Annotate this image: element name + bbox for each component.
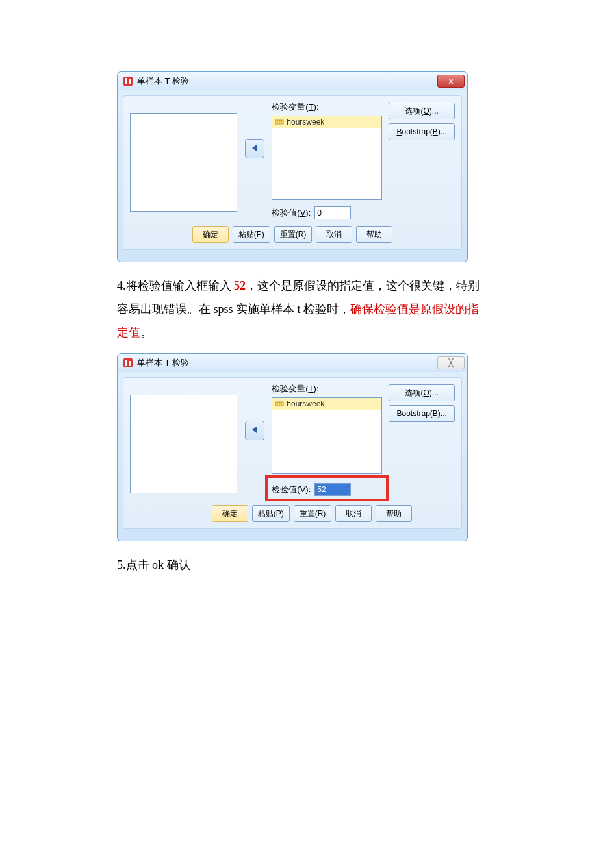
variable-name: hoursweek [287, 118, 324, 127]
one-sample-ttest-dialog-2: 单样本 T 检验 ╳ 检验变量(T): [117, 353, 468, 541]
move-variable-button[interactable] [245, 421, 264, 440]
cancel-button[interactable]: 取消 [335, 505, 372, 522]
arrow-left-icon [250, 143, 259, 155]
cancel-button[interactable]: 取消 [316, 226, 352, 243]
test-value-input[interactable] [314, 483, 351, 496]
list-item[interactable]: hoursweek [272, 116, 381, 128]
source-variable-list[interactable] [130, 113, 237, 212]
reset-button[interactable]: 重置(R) [294, 505, 332, 522]
paste-button[interactable]: 粘贴(P) [252, 505, 290, 522]
test-variables-label: 检验变量(T): [272, 383, 382, 395]
svg-rect-2 [129, 79, 131, 84]
ok-button[interactable]: 确定 [212, 505, 248, 522]
dialog-body: 检验变量(T): hoursweek 检验值(V): [123, 95, 462, 250]
one-sample-ttest-dialog-1: 单样本 T 检验 x 检验变量(T): [117, 71, 468, 262]
svg-rect-8 [123, 358, 133, 367]
test-value-label: 检验值(V): [272, 207, 311, 219]
bootstrap-button[interactable]: Bootstrap(B)... [389, 405, 455, 422]
test-value-input[interactable] [314, 206, 351, 219]
svg-rect-10 [129, 361, 131, 366]
help-button[interactable]: 帮助 [356, 226, 392, 243]
close-button[interactable]: ╳ [437, 356, 465, 369]
test-variables-label: 检验变量(T): [272, 101, 382, 113]
test-value-label: 检验值(V): [272, 484, 311, 495]
list-item[interactable]: hoursweek [272, 398, 381, 410]
source-variable-list[interactable] [130, 395, 237, 493]
options-button[interactable]: 选项(O)... [389, 384, 455, 401]
dialog-button-row: 确定 粘贴(P) 重置(R) 取消 帮助 [130, 226, 455, 243]
ruler-icon [275, 118, 284, 127]
test-variables-list[interactable]: hoursweek [272, 397, 382, 474]
dialog-title: 单样本 T 检验 [137, 357, 189, 369]
titlebar: 单样本 T 检验 ╳ [118, 354, 467, 372]
titlebar: 单样本 T 检验 x [118, 72, 467, 90]
dialog-body: 检验变量(T): hoursweek 检验值(V): [123, 377, 462, 529]
ruler-icon [275, 399, 284, 408]
spss-app-icon [123, 358, 133, 368]
dialog-button-row: 确定 粘贴(P) 重置(R) 取消 帮助 [169, 505, 455, 522]
test-variables-list[interactable]: hoursweek [272, 116, 382, 200]
close-glyph: x [449, 77, 454, 86]
bootstrap-button[interactable]: Bootstrap(B)... [389, 123, 455, 140]
dialog-title: 单样本 T 检验 [137, 75, 189, 87]
svg-rect-9 [125, 360, 127, 366]
svg-rect-0 [123, 77, 133, 86]
paste-button[interactable]: 粘贴(P) [233, 226, 270, 243]
close-glyph: ╳ [448, 358, 454, 367]
ok-button[interactable]: 确定 [192, 226, 229, 243]
options-button[interactable]: 选项(O)... [389, 103, 455, 119]
svg-marker-3 [252, 145, 257, 151]
svg-marker-11 [252, 427, 257, 433]
reset-button[interactable]: 重置(R) [274, 226, 313, 243]
help-button[interactable]: 帮助 [376, 505, 412, 522]
instruction-paragraph-5: 5.点击 ok 确认 [117, 553, 481, 577]
variable-name: hoursweek [287, 399, 324, 408]
close-button[interactable]: x [437, 75, 465, 88]
svg-rect-1 [125, 78, 127, 84]
instruction-paragraph-4: 4.将检验值输入框输入 52，这个是原假设的指定值，这个很关键，特别容易出现错误… [117, 274, 481, 344]
spss-app-icon [123, 76, 133, 86]
move-variable-button[interactable] [245, 139, 264, 158]
arrow-left-icon [250, 425, 259, 436]
